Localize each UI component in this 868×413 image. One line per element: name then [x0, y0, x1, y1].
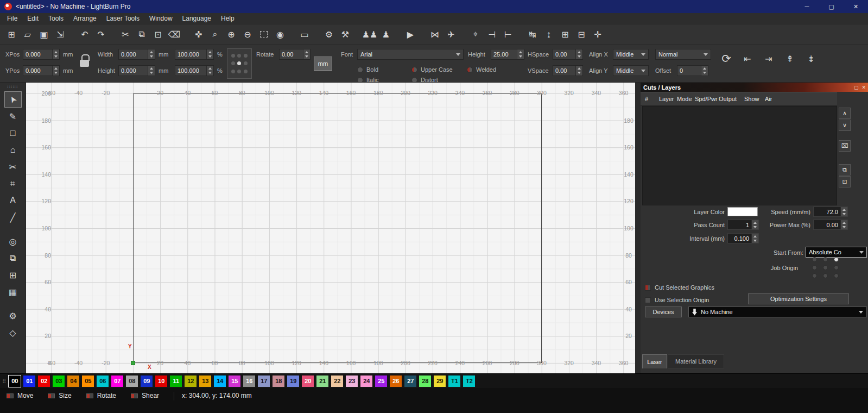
palette-color-19[interactable]: 19	[287, 376, 299, 387]
welded-checkbox[interactable]	[467, 67, 473, 73]
use-selection-origin-option[interactable]: Use Selection Origin	[645, 295, 709, 305]
welded-option[interactable]: Welded	[467, 64, 496, 75]
workspace-canvas[interactable]: -60-40-202040608010012014016018020022024…	[26, 83, 635, 373]
anchor-dot-3[interactable]	[231, 61, 235, 65]
job-origin-dot-2[interactable]	[834, 257, 839, 262]
position-laser-button[interactable]: ⌖	[467, 27, 484, 42]
devices-button[interactable]: Devices	[645, 306, 682, 317]
anchor-dot-6[interactable]	[231, 70, 235, 73]
height-percent-input[interactable]: 100.000	[175, 65, 214, 76]
width-percent-spinner[interactable]	[206, 49, 213, 59]
palette-color-14[interactable]: 14	[214, 376, 226, 387]
machine-tools-button[interactable]: ⚒	[337, 27, 353, 42]
menu-tools[interactable]: Tools	[43, 15, 68, 22]
panel-splitter[interactable]	[635, 83, 641, 373]
speed-spinner[interactable]	[840, 207, 847, 216]
screen-capture-button[interactable]: ▭	[296, 27, 313, 42]
paste-layer-button[interactable]: ⊡	[839, 176, 851, 187]
pass-count-spinner[interactable]	[751, 220, 758, 229]
push-apart-h-button[interactable]: ⇞	[783, 51, 797, 66]
mode-move-toggle[interactable]: Move	[7, 392, 33, 399]
palette-color-07[interactable]: 07	[111, 376, 123, 387]
height-input[interactable]: 0.000	[118, 65, 155, 76]
job-origin-dot-1[interactable]	[823, 257, 828, 262]
undo-button[interactable]: ↶	[77, 27, 93, 42]
rectangle-tool-button[interactable]: □	[4, 125, 22, 141]
menu-window[interactable]: Window	[144, 15, 178, 22]
distort-option[interactable]: Distort	[411, 74, 438, 83]
snip-tool-button[interactable]: ✂	[4, 159, 22, 175]
polygon-tool-button[interactable]: ⌂	[4, 142, 22, 158]
distribute-vertical-button[interactable]: ↨	[541, 27, 557, 42]
tool-palette-handle[interactable]: ∷∷∷	[7, 84, 18, 90]
job-origin-dot-4[interactable]	[823, 265, 828, 270]
float-panel-button[interactable]: ▢	[854, 85, 859, 90]
minimize-button[interactable]: ─	[795, 0, 819, 13]
cut-selected-checkbox[interactable]	[645, 285, 651, 291]
job-origin-dot-0[interactable]	[812, 257, 817, 262]
align-x-combo[interactable]: Middle	[613, 49, 649, 60]
width-spinner[interactable]	[148, 49, 155, 59]
job-origin-dot-6[interactable]	[812, 273, 817, 278]
palette-color-27[interactable]: 27	[404, 376, 416, 387]
menu-file[interactable]: File	[2, 15, 22, 22]
units-toggle-button[interactable]: mm	[314, 57, 332, 71]
width-input[interactable]: 0.000	[118, 49, 155, 60]
rotate-spinner[interactable]	[303, 49, 310, 59]
menu-language[interactable]: Language	[178, 15, 216, 22]
sync-size-button[interactable]: ⟳	[719, 51, 733, 66]
text-height-input[interactable]: 25.00	[491, 49, 524, 60]
bold-checkbox[interactable]	[357, 67, 363, 73]
palette-color-06[interactable]: 06	[97, 376, 109, 387]
duplicate-tool-button[interactable]: ⊞	[4, 267, 22, 283]
power-max-spinner[interactable]	[840, 220, 847, 229]
palette-color-04[interactable]: 04	[67, 376, 79, 387]
dock-windows-button[interactable]: ⊟	[573, 27, 590, 42]
user-button[interactable]: ♟	[378, 27, 394, 42]
palette-color-12[interactable]: 12	[185, 376, 197, 387]
zoom-out-button[interactable]: ⊖	[239, 27, 256, 42]
device-settings-button[interactable]: ⚙	[321, 27, 337, 42]
lock-aspect-button[interactable]	[79, 53, 90, 68]
device-combo[interactable]: No Machine	[688, 306, 867, 317]
palette-color-23[interactable]: 23	[346, 376, 358, 387]
copy-shapes-tool-button[interactable]: ⧉	[4, 250, 22, 266]
text-anchor-grid[interactable]	[227, 48, 252, 79]
close-button[interactable]: ✕	[844, 0, 868, 13]
zoom-button[interactable]: ⌕	[207, 27, 223, 42]
palette-color-03[interactable]: 03	[53, 376, 65, 387]
palette-drag-handle[interactable]: ⠿	[2, 378, 6, 384]
job-origin-dot-3[interactable]	[812, 265, 817, 270]
layer-list[interactable]	[642, 106, 837, 205]
mode-size-toggle[interactable]: Size	[48, 392, 71, 399]
circle-array-tool-button[interactable]: ◎	[4, 233, 22, 249]
measure-tool-button[interactable]: ╱	[4, 209, 22, 226]
open-file-button[interactable]: ▱	[20, 27, 36, 42]
import-file-button[interactable]: ⇲	[52, 27, 68, 42]
anchor-dot-7[interactable]	[237, 70, 241, 73]
polygon-outline-tool-button[interactable]: ◇	[4, 324, 22, 341]
palette-color-18[interactable]: 18	[273, 376, 284, 387]
speed-input[interactable]: 72.0	[813, 206, 848, 217]
maximize-button[interactable]: ▢	[819, 0, 844, 13]
xpos-input[interactable]: 0.000	[23, 49, 60, 60]
offset-input[interactable]: 0	[677, 65, 708, 76]
pass-count-input[interactable]: 1	[727, 220, 759, 230]
palette-color-17[interactable]: 17	[258, 376, 270, 387]
anchor-dot-2[interactable]	[244, 54, 248, 58]
cut-button[interactable]: ✂	[117, 27, 134, 42]
palette-color-05[interactable]: 05	[82, 376, 94, 387]
grid-array-button[interactable]: ⊞	[557, 27, 573, 42]
bold-option[interactable]: Bold	[357, 64, 378, 75]
font-combo[interactable]: Arial	[357, 49, 464, 60]
palette-color-26[interactable]: 26	[390, 376, 402, 387]
palette-color-T1[interactable]: T1	[448, 376, 460, 387]
palette-color-24[interactable]: 24	[360, 376, 372, 387]
anchor-dot-5[interactable]	[244, 61, 248, 65]
layer-color-swatch[interactable]	[727, 207, 758, 216]
palette-color-10[interactable]: 10	[155, 376, 167, 387]
palette-color-22[interactable]: 22	[331, 376, 343, 387]
italic-checkbox[interactable]	[357, 77, 363, 83]
paste-button[interactable]: ⊡	[150, 27, 166, 42]
pull-together-v-button[interactable]: ⇥	[762, 51, 776, 66]
